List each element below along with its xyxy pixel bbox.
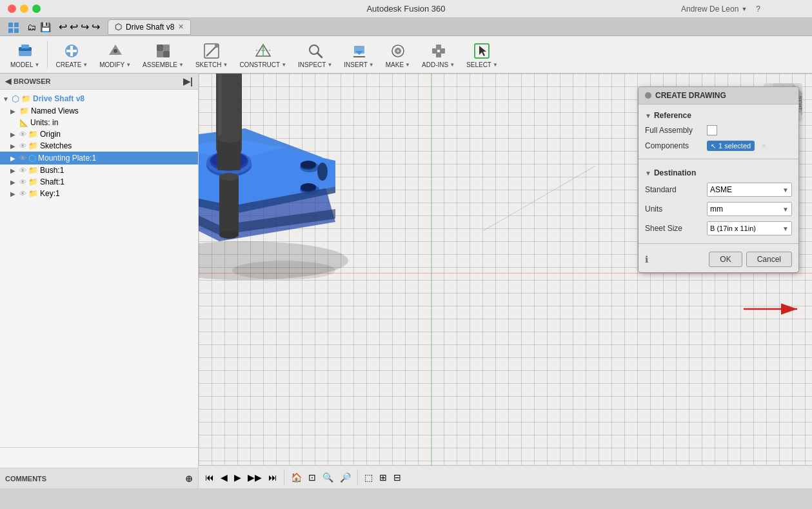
badge-clear-icon[interactable]: ✕ bbox=[761, 142, 767, 150]
axis-y-line bbox=[431, 74, 432, 488]
tree-arrow-root bbox=[3, 95, 12, 103]
playback-back-icon[interactable]: ⏮ bbox=[203, 471, 217, 484]
ok-button[interactable]: OK bbox=[709, 252, 742, 267]
3d-model[interactable] bbox=[199, 74, 400, 306]
toolbar-select[interactable]: SELECT▼ bbox=[461, 38, 503, 71]
tree-arrow-origin bbox=[10, 131, 19, 138]
tree-label-key: Key:1 bbox=[40, 189, 60, 198]
sketches-folder-icon: 📁 bbox=[28, 141, 38, 150]
panel-title: CREATE DRAWING bbox=[655, 91, 726, 100]
tree-item-origin[interactable]: 👁 📁 Origin bbox=[0, 128, 198, 140]
close-button[interactable] bbox=[8, 5, 16, 13]
sheet-size-label: Sheet Size bbox=[645, 224, 703, 233]
svg-point-29 bbox=[397, 50, 399, 52]
redo2-icon[interactable]: ↪ bbox=[92, 21, 100, 33]
toolbar-model[interactable]: MODEL▼ bbox=[5, 38, 45, 71]
sheet-size-select[interactable]: B (17in x 11in) ▼ bbox=[707, 221, 792, 235]
destination-section-header[interactable]: ▼ Destination bbox=[639, 165, 798, 180]
units-select[interactable]: mm ▼ bbox=[707, 202, 792, 216]
inspect-icon bbox=[305, 41, 326, 61]
info-icon[interactable]: ℹ bbox=[645, 254, 648, 264]
view-zoom-in-icon[interactable]: 🔍 bbox=[320, 471, 336, 484]
view-grid-icon[interactable]: ⊞ bbox=[377, 471, 390, 484]
browser-expand-icon[interactable]: ▶| bbox=[183, 76, 193, 86]
tree-arrow-sketches bbox=[10, 143, 19, 150]
standard-row: Standard ASME ▼ bbox=[639, 180, 798, 199]
undo2-icon[interactable]: ↩ bbox=[70, 21, 78, 33]
toolbar-make[interactable]: MAKE▼ bbox=[381, 38, 415, 71]
svg-line-17 bbox=[206, 46, 217, 56]
comments-label: COMMENTS bbox=[5, 475, 46, 483]
view-home-icon[interactable]: 🏠 bbox=[288, 471, 304, 484]
view-display-icon[interactable]: ⬚ bbox=[362, 471, 375, 484]
standard-select[interactable]: ASME ▼ bbox=[707, 183, 792, 197]
model-label: MODEL▼ bbox=[10, 61, 39, 68]
playback-end-icon[interactable]: ⏭ bbox=[266, 471, 280, 484]
units-select-arrow: ▼ bbox=[782, 206, 789, 213]
toolbar-insert[interactable]: INSERT▼ bbox=[339, 38, 379, 71]
tree-item-sketches[interactable]: 👁 📁 Sketches bbox=[0, 140, 198, 152]
tree-item-units[interactable]: 📐 Units: in bbox=[0, 117, 198, 128]
toolbar-addins[interactable]: ADD-INS▼ bbox=[417, 38, 460, 71]
toolbar-modify[interactable]: MODIFY▼ bbox=[94, 38, 136, 71]
viewport-bottom-toolbar: ⏮ ◀ ▶ ▶▶ ⏭ 🏠 ⊡ 🔍 🔎 ⬚ ⊞ ⊟ bbox=[199, 465, 812, 488]
tree-arrow-bush bbox=[10, 167, 19, 174]
sketch-icon-tb bbox=[201, 41, 222, 61]
minimize-button[interactable] bbox=[20, 5, 28, 13]
undo-icon[interactable]: ↩ bbox=[59, 21, 67, 33]
standard-select-arrow: ▼ bbox=[782, 186, 789, 194]
eye-mounting-icon: 👁 bbox=[19, 154, 26, 162]
tree-item-key[interactable]: 👁 📁 Key:1 bbox=[0, 188, 198, 199]
view-fit-icon[interactable]: ⊡ bbox=[306, 471, 319, 484]
addins-label: ADD-INS▼ bbox=[422, 61, 455, 68]
tree-label-shaft: Shaft:1 bbox=[40, 177, 64, 186]
viewport[interactable]: FRONT TOP RIGHT ⏮ ◀ ▶ ▶▶ ⏭ 🏠 ⊡ 🔍 🔎 ⬚ ⊞ ⊟ bbox=[199, 74, 812, 488]
comments-bar: COMMENTS ⊕ bbox=[0, 468, 198, 488]
tab-close-icon[interactable]: ✕ bbox=[178, 23, 184, 31]
tree-item-shaft[interactable]: 👁 📁 Shaft:1 bbox=[0, 176, 198, 188]
svg-rect-9 bbox=[66, 50, 77, 52]
bush-folder-icon: 📁 bbox=[28, 166, 38, 175]
units-value: mm bbox=[710, 205, 723, 214]
back-arrow-icon[interactable]: ◀ bbox=[5, 77, 11, 86]
maximize-button[interactable] bbox=[32, 5, 41, 13]
playback-prev-icon[interactable]: ◀ bbox=[218, 471, 230, 484]
tree-item-mounting-plate[interactable]: 👁 ⬡ Mounting Plate:1 bbox=[0, 152, 198, 165]
comments-add-icon[interactable]: ⊕ bbox=[185, 474, 193, 484]
toolbar-construct[interactable]: CONSTRUCT▼ bbox=[234, 38, 292, 71]
standard-value: ASME bbox=[710, 185, 732, 194]
tree-arrow-key bbox=[10, 190, 19, 197]
view-snap-icon[interactable]: ⊟ bbox=[391, 471, 404, 484]
toolbar-create[interactable]: CREATE▼ bbox=[50, 38, 93, 71]
toolbar-sketch[interactable]: SKETCH▼ bbox=[190, 38, 233, 71]
cancel-button[interactable]: Cancel bbox=[746, 252, 792, 267]
tree-item-root[interactable]: ⬡ 📁 Drive Shaft v8 bbox=[0, 92, 198, 105]
save-icon[interactable]: 💾 bbox=[40, 22, 51, 32]
toolbar-inspect[interactable]: INSPECT▼ bbox=[293, 38, 337, 71]
app-title: Autodesk Fusion 360 bbox=[366, 4, 445, 14]
menu-icon[interactable] bbox=[5, 21, 22, 33]
window-controls bbox=[8, 5, 41, 13]
reference-section-header[interactable]: ▼ Reference bbox=[639, 107, 798, 123]
full-assembly-checkbox[interactable] bbox=[707, 125, 717, 135]
key-folder-icon: 📁 bbox=[28, 189, 38, 198]
components-row: Components ↖ 1 selected ✕ bbox=[639, 138, 798, 154]
make-icon bbox=[388, 41, 408, 61]
tree-label-mounting-plate: Mounting Plate:1 bbox=[38, 154, 96, 163]
file-icon[interactable]: 🗂 bbox=[27, 22, 36, 32]
playback-next-icon[interactable]: ▶▶ bbox=[245, 471, 264, 484]
tree-label-sketches: Sketches bbox=[40, 141, 72, 150]
tree-item-named-views[interactable]: 📁 Named Views bbox=[0, 105, 198, 117]
tree-arrow-shaft bbox=[10, 179, 19, 186]
badge-cursor-icon: ↖ bbox=[711, 143, 716, 150]
components-selected-badge[interactable]: ↖ 1 selected bbox=[707, 141, 755, 151]
view-zoom-out-icon[interactable]: 🔎 bbox=[337, 471, 353, 484]
tab-drive-shaft[interactable]: ⬡ Drive Shaft v8 ✕ bbox=[108, 19, 191, 35]
destination-section: ▼ Destination Standard ASME ▼ Units mm bbox=[639, 162, 798, 241]
user-menu[interactable]: Andrew De Leon ▼ ? bbox=[681, 5, 760, 14]
tree-label-origin: Origin bbox=[40, 130, 61, 139]
redo-icon[interactable]: ↪ bbox=[81, 21, 89, 33]
tree-item-bush[interactable]: 👁 📁 Bush:1 bbox=[0, 165, 198, 176]
playback-play-icon[interactable]: ▶ bbox=[232, 471, 244, 484]
toolbar-assemble[interactable]: ASSEMBLE▼ bbox=[137, 38, 189, 71]
